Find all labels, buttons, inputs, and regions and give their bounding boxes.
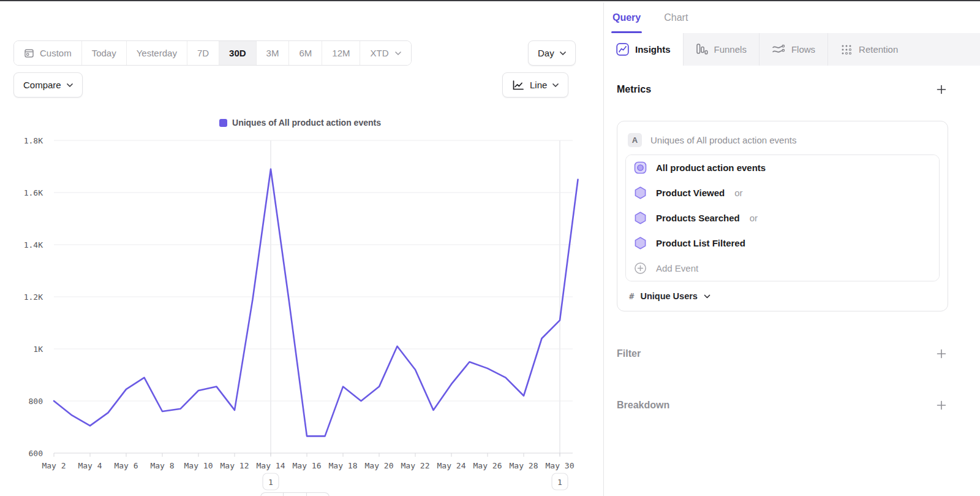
- svg-text:May 18: May 18: [329, 461, 358, 470]
- tab-chart[interactable]: Chart: [664, 2, 688, 33]
- svg-text:1: 1: [268, 478, 273, 487]
- chart-pager-partial[interactable]: [260, 492, 330, 496]
- metrics-section-head: Metrics: [617, 83, 948, 96]
- svg-text:1: 1: [557, 478, 562, 487]
- metric-series-header[interactable]: A Uniques of All product action events: [625, 129, 940, 155]
- chevron-down-icon: [67, 83, 73, 87]
- add-event-button[interactable]: Add Event: [626, 256, 939, 281]
- svg-text:May 16: May 16: [293, 461, 322, 470]
- filter-title: Filter: [617, 348, 641, 359]
- event-hexagon-icon: [633, 186, 647, 200]
- tab-insights[interactable]: Insights: [604, 33, 683, 66]
- chevron-down-icon: [560, 52, 566, 55]
- chevron-down-icon: [552, 83, 559, 87]
- granularity-dropdown[interactable]: Day: [528, 40, 576, 66]
- svg-text:May 8: May 8: [150, 461, 174, 470]
- svg-text:May 14: May 14: [257, 461, 285, 470]
- svg-text:1K: 1K: [33, 345, 43, 354]
- svg-text:May 2: May 2: [42, 461, 66, 470]
- breakdown-title: Breakdown: [617, 400, 669, 411]
- svg-text:May 28: May 28: [510, 461, 538, 470]
- svg-text:1.2K: 1.2K: [24, 292, 43, 302]
- line-chart-icon: [512, 80, 524, 91]
- aggregation-dropdown[interactable]: # Unique Users: [625, 281, 940, 311]
- svg-text:May 4: May 4: [78, 461, 102, 470]
- chart-region: Custom Today Yesterday 7D 30D 3M 6M 12M …: [0, 2, 603, 496]
- svg-text:600: 600: [29, 449, 43, 458]
- insights-icon: [616, 43, 629, 56]
- event-row-product-list-filtered[interactable]: Product List Filtered: [626, 231, 939, 256]
- svg-text:May 10: May 10: [184, 461, 213, 470]
- number-symbol: #: [629, 291, 634, 301]
- series-title: Uniques of All product action events: [650, 135, 796, 145]
- metrics-title: Metrics: [617, 84, 651, 95]
- event-row-product-viewed[interactable]: Product Viewed or: [626, 180, 939, 205]
- compare-dropdown[interactable]: Compare: [13, 72, 83, 97]
- annotation-badge[interactable]: 1: [552, 473, 568, 490]
- chevron-down-icon: [704, 294, 710, 299]
- range-6m-button[interactable]: 6M: [289, 41, 322, 65]
- legend-label: Uniques of All product action events: [232, 118, 381, 128]
- event-hexagon-icon: [633, 211, 647, 225]
- tab-flows[interactable]: Flows: [759, 33, 827, 66]
- tab-query[interactable]: Query: [612, 2, 641, 33]
- range-3m-button[interactable]: 3M: [257, 41, 290, 65]
- add-circle-icon: [633, 261, 647, 275]
- metric-card: A Uniques of All product action events A…: [617, 121, 948, 311]
- legend-swatch: [219, 119, 227, 127]
- custom-event-icon: [633, 161, 647, 175]
- svg-text:May 26: May 26: [473, 461, 502, 470]
- range-7d-button[interactable]: 7D: [187, 41, 219, 65]
- svg-text:May 6: May 6: [114, 461, 138, 470]
- retention-icon: [840, 44, 853, 56]
- event-row-products-searched[interactable]: Products Searched or: [626, 205, 939, 231]
- svg-text:1.8K: 1.8K: [24, 136, 43, 145]
- svg-text:May 22: May 22: [401, 461, 430, 470]
- add-breakdown-button[interactable]: [935, 399, 948, 412]
- chevron-down-icon: [395, 52, 401, 55]
- flows-icon: [772, 44, 785, 56]
- range-30d-button[interactable]: 30D: [219, 41, 257, 65]
- range-today-button[interactable]: Today: [82, 41, 127, 65]
- event-hexagon-icon: [633, 236, 647, 250]
- add-filter-button[interactable]: [935, 347, 948, 361]
- svg-text:1.4K: 1.4K: [24, 240, 43, 250]
- filter-section-head: Filter: [617, 347, 948, 361]
- calendar-icon: [24, 48, 34, 58]
- breakdown-section-head: Breakdown: [617, 399, 948, 412]
- svg-text:1.6K: 1.6K: [24, 188, 43, 197]
- date-range-bar: Custom Today Yesterday 7D 30D 3M 6M 12M …: [13, 40, 412, 66]
- svg-text:May 20: May 20: [365, 461, 394, 470]
- events-card: All product action events Product Viewed…: [625, 155, 940, 281]
- funnels-icon: [696, 43, 708, 56]
- chart-canvas[interactable]: 6008001K1.2K1.4K1.6K1.8KMay 2May 4May 6M…: [0, 131, 603, 496]
- panel-top-tabs: Query Chart: [604, 2, 980, 33]
- series-letter-badge: A: [628, 133, 642, 147]
- range-custom-button[interactable]: Custom: [14, 41, 82, 65]
- range-xtd-button[interactable]: XTD: [360, 41, 411, 65]
- query-panel: Query Chart Insights Funnels Flows Ret: [603, 2, 980, 496]
- svg-text:May 12: May 12: [221, 461, 249, 470]
- annotation-badge[interactable]: 1: [263, 473, 279, 490]
- chart-type-dropdown[interactable]: Line: [502, 72, 568, 97]
- range-yesterday-button[interactable]: Yesterday: [127, 41, 187, 65]
- tab-funnels[interactable]: Funnels: [683, 33, 759, 66]
- chart-legend[interactable]: Uniques of All product action events: [24, 118, 576, 128]
- svg-text:800: 800: [29, 397, 43, 406]
- event-row-all-product-action-events[interactable]: All product action events: [626, 155, 939, 180]
- range-label: Custom: [40, 48, 72, 58]
- svg-text:May 24: May 24: [437, 461, 466, 470]
- add-metric-button[interactable]: [935, 83, 948, 96]
- report-type-tabs: Insights Funnels Flows Retention: [604, 33, 980, 66]
- svg-text:May 30: May 30: [546, 461, 575, 470]
- tab-retention[interactable]: Retention: [827, 33, 980, 66]
- range-12m-button[interactable]: 12M: [322, 41, 360, 65]
